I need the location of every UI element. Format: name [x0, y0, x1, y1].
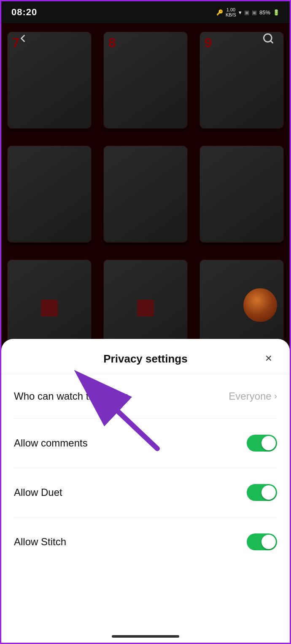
network-speed: 1.00KB/S [226, 7, 236, 17]
settings-list: Who can watch this video Everyone › Allo… [1, 374, 290, 566]
sheet-title: Privacy settings [103, 352, 187, 365]
toggle-thumb-duet [261, 485, 276, 500]
key-cell-blank1 [1, 137, 97, 251]
home-indicator [112, 635, 179, 638]
allow-duet-toggle[interactable] [247, 484, 277, 501]
top-navigation [1, 23, 290, 54]
allow-stitch-label: Allow Stitch [14, 536, 66, 548]
signal-icon-1: ▣ [244, 9, 249, 16]
key-cell-blank2 [97, 137, 194, 251]
signal-icon-2: ▣ [252, 9, 257, 16]
status-time: 08:20 [11, 7, 37, 18]
avatar[interactable] [243, 288, 277, 322]
chevron-right-icon: › [274, 391, 277, 402]
allow-comments-toggle[interactable] [247, 435, 277, 452]
allow-comments-label: Allow comments [14, 437, 88, 449]
close-button[interactable]: × [260, 350, 277, 367]
toggle-thumb-stitch [261, 535, 276, 549]
back-button[interactable] [14, 30, 32, 47]
who-can-watch-value: Everyone [229, 390, 271, 402]
who-can-watch-value-group: Everyone › [229, 390, 277, 402]
allow-stitch-toggle[interactable] [247, 533, 277, 550]
privacy-settings-sheet: Privacy settings × Who can watch this vi… [1, 339, 290, 643]
battery-percent: 85% [259, 9, 270, 16]
sheet-header: Privacy settings × [1, 339, 290, 374]
toggle-thumb [261, 436, 276, 450]
status-icons: 🔑 1.00KB/S ▾ ▣ ▣ 85% 🔋 [216, 7, 280, 17]
svg-line-1 [270, 41, 272, 43]
battery-icon: 🔋 [273, 9, 280, 16]
who-can-watch-label: Who can watch this video [14, 390, 129, 402]
allow-stitch-row: Allow Stitch [14, 517, 277, 566]
search-button[interactable] [259, 30, 277, 47]
key-icon: 🔑 [216, 9, 223, 16]
allow-duet-row: Allow Duet [14, 468, 277, 517]
wifi-icon: ▾ [239, 9, 242, 16]
key-cell-blank3 [194, 137, 290, 251]
allow-duet-label: Allow Duet [14, 487, 62, 498]
status-bar: 08:20 🔑 1.00KB/S ▾ ▣ ▣ 85% 🔋 [1, 1, 290, 23]
who-can-watch-row[interactable]: Who can watch this video Everyone › [14, 374, 277, 419]
allow-comments-row: Allow comments [14, 419, 277, 468]
